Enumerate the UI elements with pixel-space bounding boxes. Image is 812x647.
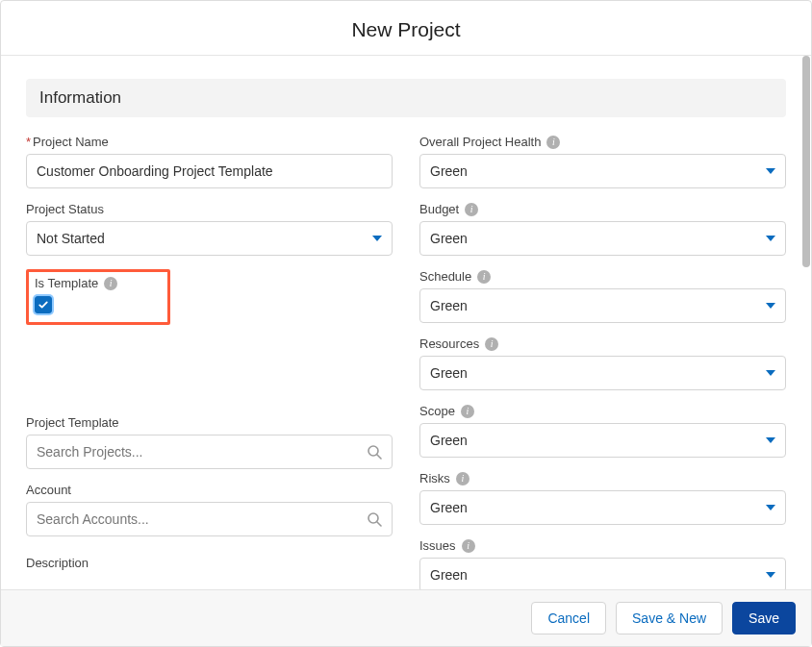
overall-health-select[interactable]: Green: [419, 154, 786, 188]
field-project-status: Project Status Not Started: [26, 202, 393, 256]
project-name-input[interactable]: [26, 154, 393, 188]
search-icon: [367, 444, 382, 460]
field-overall-health: Overall Project Health i Green: [419, 135, 786, 188]
field-scope: Scope i Green: [419, 404, 786, 458]
cancel-button[interactable]: Cancel: [531, 602, 606, 635]
info-icon[interactable]: i: [465, 203, 478, 216]
check-icon: [38, 299, 49, 311]
field-project-template: Project Template: [26, 415, 393, 469]
select-value: Green: [430, 567, 468, 583]
select-value: Green: [430, 163, 468, 179]
label-text: Overall Project Health: [419, 135, 541, 149]
chevron-down-icon: [766, 236, 775, 241]
field-description: Description: [26, 556, 393, 570]
label-text: Budget: [419, 202, 459, 216]
modal-title: New Project: [1, 18, 811, 41]
scrollbar[interactable]: [802, 56, 810, 267]
info-icon[interactable]: i: [485, 337, 498, 351]
label-budget: Budget i: [419, 202, 786, 216]
chevron-down-icon: [766, 303, 775, 309]
modal-header: New Project: [1, 1, 811, 56]
chevron-down-icon: [766, 437, 775, 443]
label-issues: Issues i: [419, 538, 786, 553]
info-icon[interactable]: i: [546, 136, 560, 149]
field-project-name: * Project Name: [26, 135, 393, 188]
label-text: Account: [26, 483, 71, 497]
chevron-down-icon: [766, 370, 775, 376]
spacer: [26, 338, 393, 415]
save-and-new-button[interactable]: Save & New: [616, 602, 723, 635]
field-schedule: Schedule i Green: [419, 269, 786, 323]
risks-select[interactable]: Green: [419, 490, 786, 525]
label-account: Account: [26, 483, 393, 497]
field-issues: Issues i Green: [419, 538, 786, 589]
label-is-template: Is Template i: [35, 276, 162, 290]
schedule-select[interactable]: Green: [419, 288, 786, 323]
label-scope: Scope i: [419, 404, 786, 418]
new-project-modal: New Project Information * Project Name P…: [0, 0, 812, 647]
select-value: Green: [430, 500, 468, 515]
account-input[interactable]: [37, 511, 359, 527]
svg-line-1: [377, 455, 381, 459]
info-icon[interactable]: i: [462, 539, 475, 553]
form-columns: * Project Name Project Status Not Starte…: [26, 135, 786, 589]
budget-select[interactable]: Green: [419, 221, 786, 256]
field-risks: Risks i Green: [419, 471, 786, 525]
label-text: Is Template: [35, 276, 98, 290]
is-template-highlight: Is Template i: [26, 269, 170, 325]
label-text: Schedule: [419, 269, 471, 284]
select-value: Green: [430, 231, 468, 246]
issues-select[interactable]: Green: [419, 558, 786, 589]
save-button[interactable]: Save: [732, 602, 796, 635]
label-project-template: Project Template: [26, 415, 393, 430]
field-resources: Resources i Green: [419, 336, 786, 390]
modal-footer: Cancel Save & New Save: [1, 589, 811, 646]
info-icon[interactable]: i: [456, 472, 469, 485]
section-title: Information: [39, 88, 773, 108]
field-budget: Budget i Green: [419, 202, 786, 256]
label-text: Scope: [419, 404, 455, 418]
label-description: Description: [26, 556, 393, 570]
account-lookup[interactable]: [26, 502, 393, 536]
label-schedule: Schedule i: [419, 269, 786, 284]
label-text: Project Status: [26, 202, 104, 216]
label-text: Issues: [419, 538, 456, 553]
label-resources: Resources i: [419, 336, 786, 351]
modal-body[interactable]: Information * Project Name Project Statu…: [1, 56, 811, 589]
label-text: Description: [26, 556, 89, 570]
chevron-down-icon: [766, 168, 775, 174]
scope-select[interactable]: Green: [419, 423, 786, 458]
is-template-checkbox[interactable]: [35, 296, 52, 313]
label-text: Risks: [419, 471, 450, 485]
label-project-status: Project Status: [26, 202, 393, 216]
project-template-input[interactable]: [37, 444, 359, 460]
left-column: * Project Name Project Status Not Starte…: [26, 135, 393, 589]
select-value: Green: [430, 433, 468, 448]
chevron-down-icon: [766, 572, 775, 578]
info-icon[interactable]: i: [104, 277, 117, 290]
select-value: Green: [430, 365, 468, 381]
label-overall-health: Overall Project Health i: [419, 135, 786, 149]
right-column: Overall Project Health i Green Budget i …: [419, 135, 786, 589]
resources-select[interactable]: Green: [419, 356, 786, 390]
section-header-information: Information: [26, 79, 786, 117]
project-template-lookup[interactable]: [26, 435, 393, 469]
required-indicator: *: [26, 135, 31, 149]
project-status-select[interactable]: Not Started: [26, 221, 393, 256]
chevron-down-icon: [372, 236, 382, 241]
label-text: Project Template: [26, 415, 119, 430]
label-text: Resources: [419, 336, 479, 351]
search-icon: [367, 511, 382, 527]
field-account: Account: [26, 483, 393, 536]
info-icon[interactable]: i: [477, 270, 491, 284]
svg-line-3: [377, 522, 381, 526]
label-text: Project Name: [33, 135, 109, 149]
chevron-down-icon: [766, 505, 775, 510]
info-icon[interactable]: i: [461, 405, 474, 418]
label-risks: Risks i: [419, 471, 786, 485]
select-value: Green: [430, 298, 468, 313]
select-value: Not Started: [37, 231, 105, 246]
label-project-name: * Project Name: [26, 135, 393, 149]
